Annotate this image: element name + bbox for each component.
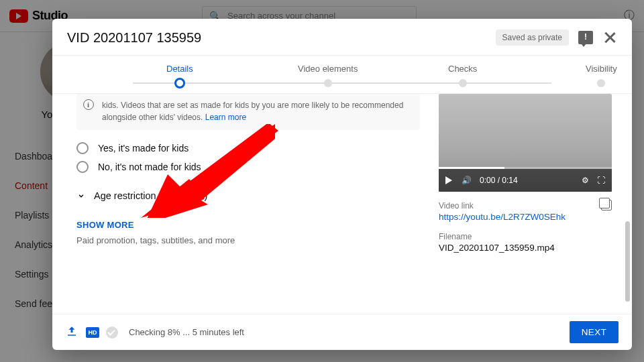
- radio-icon: [76, 161, 89, 173]
- kids-info-text: kids. Videos that are set as made for ki…: [102, 101, 403, 122]
- video-link-label: Video link: [439, 201, 612, 210]
- processing-status: Checking 8% ... 5 minutes left: [129, 327, 244, 337]
- check-circle-icon: [106, 326, 118, 339]
- dialog-title: VID 20201107 135959: [67, 30, 201, 46]
- radio-made-for-kids-no[interactable]: No, it's not made for kids: [76, 161, 420, 173]
- video-link[interactable]: https://youtu.be/L2R7ZW0SEhk: [439, 212, 566, 222]
- next-button[interactable]: NEXT: [570, 321, 619, 343]
- volume-icon[interactable]: 🔊: [462, 176, 472, 185]
- feedback-icon[interactable]: [578, 31, 593, 44]
- dialog-header: VID 20201107 135959 Saved as private: [52, 19, 632, 55]
- stepper: Details Video elements Checks Visibility: [52, 55, 632, 94]
- fullscreen-icon[interactable]: ⛶: [597, 176, 605, 185]
- video-time: 0:00 / 0:14: [480, 176, 518, 185]
- gear-icon[interactable]: ⚙: [582, 176, 589, 185]
- show-more-button[interactable]: SHOW MORE: [76, 220, 420, 230]
- video-controls: 🔊 0:00 / 0:14 ⚙ ⛶: [439, 169, 612, 192]
- upload-dialog: VID 20201107 135959 Saved as private Det…: [52, 19, 632, 350]
- learn-more-link[interactable]: Learn more: [205, 113, 246, 122]
- scrollbar[interactable]: [625, 221, 630, 302]
- radio-icon: [76, 142, 89, 154]
- info-icon: [83, 99, 94, 110]
- upload-icon: [66, 325, 78, 340]
- step-video-elements[interactable]: Video elements: [298, 64, 358, 87]
- chevron-down-icon: [76, 191, 86, 200]
- copy-icon[interactable]: [601, 200, 612, 210]
- kids-info-box: kids. Videos that are set as made for ki…: [76, 94, 420, 130]
- save-status-badge: Saved as private: [496, 29, 569, 46]
- dialog-footer: HD Checking 8% ... 5 minutes left NEXT: [52, 314, 632, 350]
- step-checks[interactable]: Checks: [448, 64, 477, 87]
- close-icon[interactable]: [602, 30, 617, 45]
- play-icon[interactable]: [445, 176, 452, 184]
- dialog-body: kids. Videos that are set as made for ki…: [52, 94, 632, 314]
- filename-value: VID_20201107_135959.mp4: [439, 243, 612, 253]
- video-preview[interactable]: 🔊 0:00 / 0:14 ⚙ ⛶: [439, 94, 612, 192]
- hd-badge-icon: HD: [86, 327, 99, 338]
- step-details[interactable]: Details: [166, 64, 193, 88]
- radio-made-for-kids-yes[interactable]: Yes, it's made for kids: [76, 142, 420, 154]
- age-restriction-toggle[interactable]: Age restriction (advanced): [76, 190, 420, 201]
- show-more-description: Paid promotion, tags, subtitles, and mor…: [76, 235, 420, 245]
- step-visibility[interactable]: Visibility: [586, 64, 617, 87]
- filename-label: Filename: [439, 232, 612, 241]
